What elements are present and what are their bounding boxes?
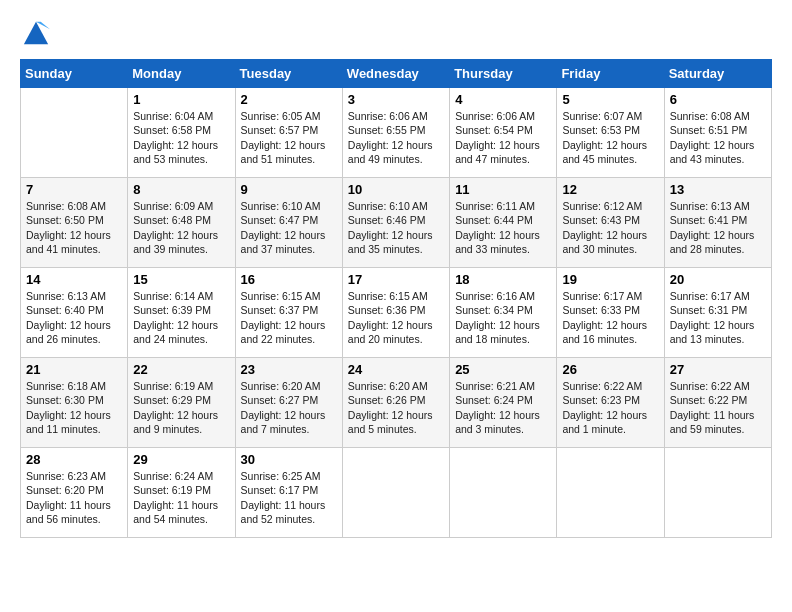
day-number: 13 (670, 182, 766, 197)
day-info: Sunrise: 6:23 AM Sunset: 6:20 PM Dayligh… (26, 469, 122, 526)
day-number: 11 (455, 182, 551, 197)
calendar-cell: 4Sunrise: 6:06 AM Sunset: 6:54 PM Daylig… (450, 88, 557, 178)
calendar-cell (557, 448, 664, 538)
day-info: Sunrise: 6:22 AM Sunset: 6:22 PM Dayligh… (670, 379, 766, 436)
calendar-cell: 7Sunrise: 6:08 AM Sunset: 6:50 PM Daylig… (21, 178, 128, 268)
calendar-week-2: 7Sunrise: 6:08 AM Sunset: 6:50 PM Daylig… (21, 178, 772, 268)
calendar-cell: 25Sunrise: 6:21 AM Sunset: 6:24 PM Dayli… (450, 358, 557, 448)
day-number: 24 (348, 362, 444, 377)
day-number: 6 (670, 92, 766, 107)
day-info: Sunrise: 6:12 AM Sunset: 6:43 PM Dayligh… (562, 199, 658, 256)
calendar-cell: 29Sunrise: 6:24 AM Sunset: 6:19 PM Dayli… (128, 448, 235, 538)
day-info: Sunrise: 6:08 AM Sunset: 6:50 PM Dayligh… (26, 199, 122, 256)
calendar-cell: 10Sunrise: 6:10 AM Sunset: 6:46 PM Dayli… (342, 178, 449, 268)
day-number: 20 (670, 272, 766, 287)
day-number: 15 (133, 272, 229, 287)
calendar-cell: 22Sunrise: 6:19 AM Sunset: 6:29 PM Dayli… (128, 358, 235, 448)
day-number: 8 (133, 182, 229, 197)
day-info: Sunrise: 6:13 AM Sunset: 6:40 PM Dayligh… (26, 289, 122, 346)
calendar-table: SundayMondayTuesdayWednesdayThursdayFrid… (20, 59, 772, 538)
day-number: 18 (455, 272, 551, 287)
weekday-header-sunday: Sunday (21, 60, 128, 88)
day-number: 9 (241, 182, 337, 197)
day-info: Sunrise: 6:04 AM Sunset: 6:58 PM Dayligh… (133, 109, 229, 166)
day-number: 2 (241, 92, 337, 107)
day-number: 29 (133, 452, 229, 467)
calendar-cell (21, 88, 128, 178)
day-info: Sunrise: 6:14 AM Sunset: 6:39 PM Dayligh… (133, 289, 229, 346)
day-number: 25 (455, 362, 551, 377)
calendar-cell: 8Sunrise: 6:09 AM Sunset: 6:48 PM Daylig… (128, 178, 235, 268)
day-number: 19 (562, 272, 658, 287)
day-info: Sunrise: 6:13 AM Sunset: 6:41 PM Dayligh… (670, 199, 766, 256)
day-number: 22 (133, 362, 229, 377)
calendar-cell: 9Sunrise: 6:10 AM Sunset: 6:47 PM Daylig… (235, 178, 342, 268)
day-info: Sunrise: 6:06 AM Sunset: 6:55 PM Dayligh… (348, 109, 444, 166)
weekday-header-row: SundayMondayTuesdayWednesdayThursdayFrid… (21, 60, 772, 88)
day-info: Sunrise: 6:17 AM Sunset: 6:31 PM Dayligh… (670, 289, 766, 346)
day-number: 28 (26, 452, 122, 467)
calendar-cell (450, 448, 557, 538)
day-number: 4 (455, 92, 551, 107)
weekday-header-saturday: Saturday (664, 60, 771, 88)
day-info: Sunrise: 6:10 AM Sunset: 6:47 PM Dayligh… (241, 199, 337, 256)
day-info: Sunrise: 6:09 AM Sunset: 6:48 PM Dayligh… (133, 199, 229, 256)
day-number: 17 (348, 272, 444, 287)
weekday-header-wednesday: Wednesday (342, 60, 449, 88)
day-info: Sunrise: 6:08 AM Sunset: 6:51 PM Dayligh… (670, 109, 766, 166)
calendar-cell (342, 448, 449, 538)
calendar-cell: 12Sunrise: 6:12 AM Sunset: 6:43 PM Dayli… (557, 178, 664, 268)
weekday-header-monday: Monday (128, 60, 235, 88)
day-info: Sunrise: 6:15 AM Sunset: 6:37 PM Dayligh… (241, 289, 337, 346)
calendar-cell: 18Sunrise: 6:16 AM Sunset: 6:34 PM Dayli… (450, 268, 557, 358)
day-info: Sunrise: 6:11 AM Sunset: 6:44 PM Dayligh… (455, 199, 551, 256)
day-info: Sunrise: 6:20 AM Sunset: 6:27 PM Dayligh… (241, 379, 337, 436)
calendar-cell: 21Sunrise: 6:18 AM Sunset: 6:30 PM Dayli… (21, 358, 128, 448)
calendar-cell: 2Sunrise: 6:05 AM Sunset: 6:57 PM Daylig… (235, 88, 342, 178)
day-number: 1 (133, 92, 229, 107)
calendar-week-5: 28Sunrise: 6:23 AM Sunset: 6:20 PM Dayli… (21, 448, 772, 538)
day-info: Sunrise: 6:22 AM Sunset: 6:23 PM Dayligh… (562, 379, 658, 436)
day-info: Sunrise: 6:17 AM Sunset: 6:33 PM Dayligh… (562, 289, 658, 346)
logo (20, 20, 50, 49)
calendar-cell: 1Sunrise: 6:04 AM Sunset: 6:58 PM Daylig… (128, 88, 235, 178)
day-number: 30 (241, 452, 337, 467)
day-info: Sunrise: 6:25 AM Sunset: 6:17 PM Dayligh… (241, 469, 337, 526)
day-info: Sunrise: 6:19 AM Sunset: 6:29 PM Dayligh… (133, 379, 229, 436)
calendar-week-3: 14Sunrise: 6:13 AM Sunset: 6:40 PM Dayli… (21, 268, 772, 358)
calendar-cell: 24Sunrise: 6:20 AM Sunset: 6:26 PM Dayli… (342, 358, 449, 448)
day-info: Sunrise: 6:16 AM Sunset: 6:34 PM Dayligh… (455, 289, 551, 346)
day-info: Sunrise: 6:18 AM Sunset: 6:30 PM Dayligh… (26, 379, 122, 436)
day-number: 7 (26, 182, 122, 197)
day-number: 14 (26, 272, 122, 287)
calendar-cell: 14Sunrise: 6:13 AM Sunset: 6:40 PM Dayli… (21, 268, 128, 358)
calendar-cell: 6Sunrise: 6:08 AM Sunset: 6:51 PM Daylig… (664, 88, 771, 178)
day-info: Sunrise: 6:20 AM Sunset: 6:26 PM Dayligh… (348, 379, 444, 436)
day-number: 26 (562, 362, 658, 377)
weekday-header-tuesday: Tuesday (235, 60, 342, 88)
calendar-cell: 3Sunrise: 6:06 AM Sunset: 6:55 PM Daylig… (342, 88, 449, 178)
calendar-cell: 26Sunrise: 6:22 AM Sunset: 6:23 PM Dayli… (557, 358, 664, 448)
day-number: 10 (348, 182, 444, 197)
day-number: 3 (348, 92, 444, 107)
calendar-cell: 20Sunrise: 6:17 AM Sunset: 6:31 PM Dayli… (664, 268, 771, 358)
calendar-cell: 30Sunrise: 6:25 AM Sunset: 6:17 PM Dayli… (235, 448, 342, 538)
day-info: Sunrise: 6:07 AM Sunset: 6:53 PM Dayligh… (562, 109, 658, 166)
calendar-cell (664, 448, 771, 538)
weekday-header-friday: Friday (557, 60, 664, 88)
calendar-cell: 19Sunrise: 6:17 AM Sunset: 6:33 PM Dayli… (557, 268, 664, 358)
page-header (20, 20, 772, 49)
day-number: 16 (241, 272, 337, 287)
calendar-cell: 5Sunrise: 6:07 AM Sunset: 6:53 PM Daylig… (557, 88, 664, 178)
day-number: 12 (562, 182, 658, 197)
day-number: 27 (670, 362, 766, 377)
day-info: Sunrise: 6:10 AM Sunset: 6:46 PM Dayligh… (348, 199, 444, 256)
calendar-cell: 17Sunrise: 6:15 AM Sunset: 6:36 PM Dayli… (342, 268, 449, 358)
day-info: Sunrise: 6:15 AM Sunset: 6:36 PM Dayligh… (348, 289, 444, 346)
day-number: 21 (26, 362, 122, 377)
calendar-cell: 23Sunrise: 6:20 AM Sunset: 6:27 PM Dayli… (235, 358, 342, 448)
day-info: Sunrise: 6:24 AM Sunset: 6:19 PM Dayligh… (133, 469, 229, 526)
logo-icon (22, 20, 50, 48)
calendar-cell: 28Sunrise: 6:23 AM Sunset: 6:20 PM Dayli… (21, 448, 128, 538)
calendar-cell: 13Sunrise: 6:13 AM Sunset: 6:41 PM Dayli… (664, 178, 771, 268)
